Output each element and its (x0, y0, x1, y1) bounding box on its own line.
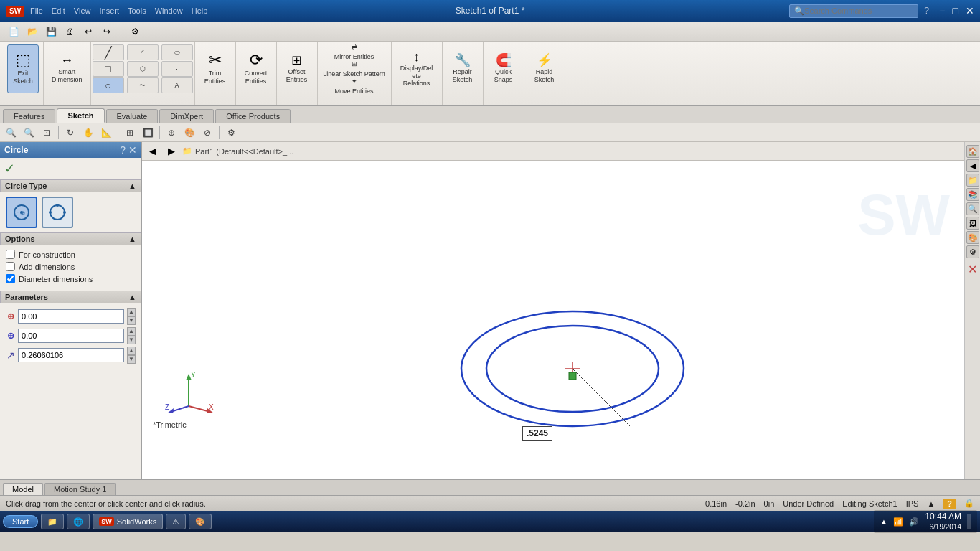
menu-edit[interactable]: Edit (52, 6, 65, 15)
zoom-fit-button[interactable]: ⊡ (39, 126, 55, 140)
menu-window[interactable]: Window (155, 6, 183, 15)
repair-sketch-button[interactable]: 🔧 RepairSketch (447, 44, 479, 93)
taskbar-solidworks[interactable]: SW SolidWorks (93, 514, 163, 529)
search-input[interactable] (804, 6, 905, 15)
zoom-in-button[interactable]: 🔍 (3, 126, 19, 140)
section-view-button[interactable]: ⊞ (122, 126, 138, 140)
options-header[interactable]: Options ▲ (0, 232, 141, 245)
polygon-button[interactable]: ⬡ (127, 61, 159, 77)
rp-appearance-button[interactable]: 🎨 (966, 231, 979, 244)
tab-sketch[interactable]: Sketch (57, 108, 104, 123)
move-entities-button[interactable]: ✦ Move Entities (322, 78, 387, 94)
search-box[interactable]: 🔍 (789, 4, 918, 18)
circle-type-header[interactable]: Circle Type ▲ (0, 179, 141, 192)
rp-files-button[interactable]: 📁 (966, 174, 979, 187)
tab-evaluate[interactable]: Evaluate (106, 109, 159, 123)
rapid-sketch-button[interactable]: ⚡ RapidSketch (529, 44, 560, 93)
ft-forward-button[interactable]: ▶ (164, 144, 179, 159)
mirror-entities-button[interactable]: ⇌ Mirror Entities (322, 44, 387, 60)
offset-entities-button[interactable]: ⊞ OffsetEntities (281, 44, 313, 93)
canvas-area[interactable]: .5245 Y X Z (142, 161, 964, 479)
tray-up-arrow[interactable]: ▲ (880, 517, 887, 526)
tab-features[interactable]: Features (3, 109, 55, 123)
help-button[interactable]: ? (924, 5, 929, 17)
perimeter-circle-button[interactable] (42, 197, 73, 228)
view-settings-button[interactable]: ⚙ (223, 126, 239, 140)
view-orient-button[interactable]: 📐 (98, 126, 114, 140)
status-help-icon[interactable]: ? (943, 499, 956, 509)
close-button[interactable]: ✕ (966, 5, 974, 17)
start-button[interactable]: Start (3, 515, 38, 528)
parameters-header[interactable]: Parameters ▲ (0, 291, 141, 303)
add-dimensions-checkbox[interactable] (6, 262, 15, 271)
radius-input[interactable] (18, 348, 124, 362)
circle-ribbon-button[interactable]: ○ (93, 77, 124, 93)
radius-up-arrow[interactable]: ▲ (127, 347, 136, 355)
menu-tools[interactable]: Tools (128, 6, 146, 15)
minimize-button[interactable]: − (939, 5, 945, 17)
diameter-dimensions-checkbox[interactable] (6, 274, 15, 283)
rotate-button[interactable]: ↻ (62, 126, 78, 140)
rp-search-button[interactable]: 🔍 (966, 202, 979, 215)
edit-appearance-button[interactable]: 🎨 (182, 126, 197, 140)
new-button[interactable]: 📄 (6, 24, 22, 39)
radius-down-arrow[interactable]: ▼ (127, 355, 136, 364)
options-button[interactable]: ⚙ (127, 24, 143, 39)
view-style-button[interactable]: 🔲 (140, 126, 156, 140)
undo-button[interactable]: ↩ (80, 24, 96, 39)
y-coord-input[interactable] (18, 329, 124, 343)
panel-close-button[interactable]: ✕ (128, 144, 137, 156)
redo-button[interactable]: ↪ (99, 24, 115, 39)
rp-expand-button[interactable]: ◀ (966, 159, 979, 172)
text-button[interactable]: A (161, 77, 193, 93)
exit-sketch-button[interactable]: ⬚ ExitSketch (7, 44, 39, 93)
tab-office-products[interactable]: Office Products (215, 109, 291, 123)
y-down-arrow[interactable]: ▼ (127, 336, 136, 344)
ft-back-button[interactable]: ◀ (145, 144, 161, 159)
linear-pattern-button[interactable]: ⊞ Linear Sketch Pattern (322, 61, 387, 77)
trim-entities-button[interactable]: ✂ TrimEntities (199, 44, 231, 93)
x-coord-input[interactable] (18, 309, 124, 324)
smart-dimension-button[interactable]: ↔ SmartDimension (48, 44, 86, 93)
point-button[interactable]: · (161, 61, 193, 77)
motion-study-tab[interactable]: Motion Study 1 (44, 483, 116, 495)
panel-help-button[interactable]: ? (120, 144, 126, 156)
x-down-arrow[interactable]: ▼ (127, 316, 136, 325)
save-button[interactable]: 💾 (43, 24, 59, 39)
menu-file[interactable]: File (30, 6, 43, 15)
menu-insert[interactable]: Insert (99, 6, 119, 15)
convert-entities-button[interactable]: ⟳ ConvertEntities (240, 44, 272, 93)
hide-show-button[interactable]: ⊕ (164, 126, 179, 140)
rectangle-button[interactable]: □ (93, 61, 124, 77)
rp-view-button[interactable]: 🖼 (966, 217, 979, 230)
taskbar-chrome[interactable]: 🌐 (67, 514, 90, 529)
spline-button[interactable]: 〜 (127, 77, 159, 93)
taskbar-warning[interactable]: ⚠ (166, 514, 186, 529)
rp-close-sketch-button[interactable]: ✕ (966, 263, 979, 276)
y-up-arrow[interactable]: ▲ (127, 327, 136, 336)
rp-custom-button[interactable]: ⚙ (966, 245, 979, 258)
rp-library-button[interactable]: 📚 (966, 188, 979, 201)
tab-dimxpert[interactable]: DimXpert (159, 109, 214, 123)
units-expand-icon[interactable]: ▲ (927, 499, 935, 508)
scene-button[interactable]: ⊘ (199, 126, 215, 140)
quick-snaps-button[interactable]: 🧲 QuickSnaps (488, 44, 519, 93)
center-radius-button[interactable]: 1② (6, 197, 37, 228)
restore-button[interactable]: □ (953, 5, 958, 17)
rp-home-button[interactable]: 🏠 (966, 145, 979, 158)
line-button[interactable]: ╱ (93, 44, 124, 60)
ellipse-button[interactable]: ⬭ (161, 44, 193, 60)
arc-button[interactable]: ◜ (127, 44, 159, 60)
taskbar-explorer[interactable]: 📁 (41, 514, 64, 529)
display-delete-relations-button[interactable]: ↕ Display/DeleteRelations (396, 44, 438, 93)
zoom-out-button[interactable]: 🔍 (21, 126, 37, 140)
for-construction-checkbox[interactable] (6, 250, 15, 259)
menu-view[interactable]: View (74, 6, 91, 15)
model-tab[interactable]: Model (3, 483, 43, 495)
pan-button[interactable]: ✋ (80, 126, 96, 140)
menu-help[interactable]: Help (192, 6, 208, 15)
open-button[interactable]: 📂 (24, 24, 40, 39)
x-up-arrow[interactable]: ▲ (127, 308, 136, 316)
print-button[interactable]: 🖨 (62, 24, 77, 39)
show-desktop-button[interactable] (967, 514, 971, 529)
